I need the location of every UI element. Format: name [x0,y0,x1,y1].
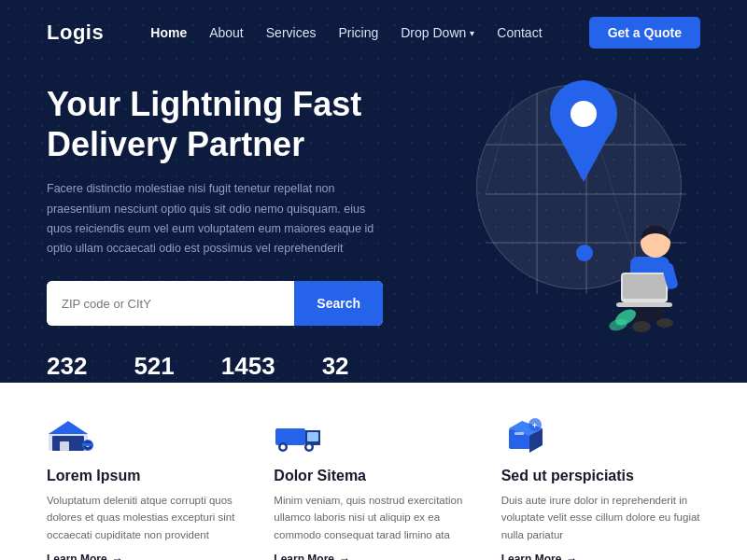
svg-text:+: + [532,421,537,430]
search-button[interactable]: Search [294,281,383,326]
box-icon: + [501,415,550,453]
svg-rect-17 [623,274,666,299]
svg-marker-10 [558,135,609,182]
small-location-dot [576,245,593,261]
person-illustration-icon [607,205,696,336]
search-box: Search [47,281,383,326]
svg-point-14 [656,318,673,328]
service-title-1: Lorem Ipsum [47,468,246,484]
learn-more-1[interactable]: Learn More → [47,553,246,560]
service-icon-2 [274,415,472,456]
service-desc-2: Minim veniam, quis nostrud exercitation … [274,492,472,543]
stat-clients: 232 Clients [47,352,87,383]
hero-section: Logis Home About Services Pricing Drop D… [0,0,747,383]
nav-dropdown[interactable]: Drop Down ▾ [401,25,474,40]
svg-rect-25 [60,441,69,451]
svg-rect-30 [82,443,93,446]
brand-logo: Logis [47,21,104,45]
navigation: Logis Home About Services Pricing Drop D… [47,0,700,65]
nav-home[interactable]: Home [150,25,187,40]
service-title-3: Sed ut perspiciatis [501,468,700,484]
service-title-2: Dolor Sitema [274,468,472,484]
arrow-right-icon: → [112,553,123,560]
service-desc-1: Voluptatum deleniti atque corrupti quos … [47,492,246,543]
nav-links: Home About Services Pricing Drop Down ▾ … [150,24,542,41]
svg-rect-18 [616,302,672,307]
hero-description: Facere distinctio molestiae nisi fugit t… [47,179,383,259]
stats-section: 232 Clients 521 Projects 1453 Support 32 [47,352,402,383]
search-input[interactable] [47,281,294,326]
nav-about[interactable]: About [209,25,244,40]
service-card-1: Lorem Ipsum Voluptatum deleniti atque co… [47,415,246,532]
service-desc-3: Duis aute irure dolor in reprehenderit i… [501,492,700,543]
chevron-down-icon: ▾ [470,28,474,38]
nav-services[interactable]: Services [266,25,317,40]
services-section: Lorem Ipsum Voluptatum deleniti atque co… [0,383,747,560]
truck-icon [274,415,322,453]
svg-rect-42 [514,432,524,435]
svg-point-35 [281,445,286,450]
svg-point-37 [307,445,312,450]
service-icon-1 [47,415,246,456]
arrow-right-icon-2: → [339,553,350,560]
svg-rect-33 [307,432,318,441]
service-icon-3: + [501,415,700,456]
get-quote-button[interactable]: Get a Quote [589,17,700,49]
location-pin-icon [542,75,626,182]
stat-projects: 521 Projects [134,352,174,383]
hero-title: Your Lightning Fast Delivery Partner [47,84,402,164]
hero-content: Your Lightning Fast Delivery Partner Fac… [47,75,700,383]
svg-marker-26 [49,421,88,434]
svg-line-6 [486,93,514,194]
hero-left: Your Lightning Fast Delivery Partner Fac… [47,75,402,383]
hero-illustration [402,75,700,336]
nav-pricing[interactable]: Pricing [338,25,378,40]
learn-more-2[interactable]: Learn More → [274,553,472,560]
learn-more-3[interactable]: Learn More → [501,553,700,560]
service-card-3: + Sed ut perspiciatis Duis aute irure do… [501,415,700,532]
service-card-2: Dolor Sitema Minim veniam, quis nostrud … [274,415,472,532]
arrow-right-icon-3: → [566,553,577,560]
nav-contact[interactable]: Contact [497,25,542,40]
stat-workers: 32 Workers [322,352,363,383]
warehouse-icon [47,415,95,453]
svg-point-9 [571,101,597,127]
svg-point-13 [632,321,651,332]
stat-support: 1453 Support [221,352,275,383]
svg-rect-31 [275,428,305,445]
